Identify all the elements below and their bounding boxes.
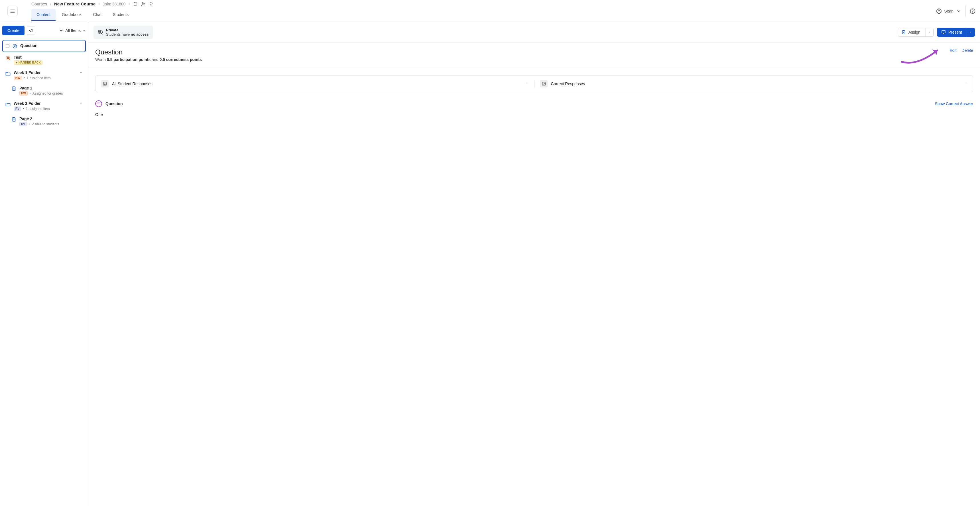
sidebar-item-week2-folder[interactable]: Week 2 Folder RV • 1 assigned item — [2, 98, 86, 114]
sidebar: Create All Items Question — [0, 22, 88, 506]
question-body-text: One — [95, 107, 973, 117]
chevron-down-icon[interactable] — [79, 70, 83, 75]
sidebar-item-title: Test — [14, 55, 83, 60]
present-button-group: Present — [937, 28, 975, 37]
svg-rect-19 — [542, 82, 545, 86]
person-icon — [101, 80, 108, 87]
assign-label: Assign — [908, 30, 920, 35]
test-icon — [5, 55, 11, 61]
sidebar-item-title: Question — [20, 43, 83, 48]
present-button[interactable]: Present — [937, 28, 966, 37]
question-block-header: Question Show Correct Answer — [95, 100, 973, 107]
question-worth: Worth 0.5 participation points and 0.5 c… — [95, 57, 202, 62]
sidebar-item-title: Page 1 — [19, 86, 83, 90]
rv-badge: RV — [19, 122, 27, 126]
sidebar-item-checkbox[interactable] — [6, 44, 10, 48]
svg-point-11 — [6, 56, 10, 60]
clipboard-check-icon — [901, 30, 906, 35]
sidebar-item-meta: 1 assigned item — [26, 107, 50, 111]
sidebar-item-test[interactable]: Test HANDED BACK — [2, 52, 86, 68]
sidebar-filter[interactable]: All Items — [59, 28, 86, 33]
svg-rect-15 — [903, 30, 904, 31]
folder-icon — [5, 102, 11, 107]
sidebar-item-title: Page 2 — [19, 117, 83, 121]
divider — [966, 5, 966, 17]
breadcrumb: Courses / New Feature Course • Join: 381… — [31, 2, 936, 6]
workspace: Create All Items Question — [0, 22, 980, 506]
rv-badge: RV — [14, 106, 21, 111]
assign-button[interactable]: Assign — [898, 28, 934, 37]
breadcrumb-root[interactable]: Courses — [31, 2, 47, 6]
content-header: Private Students have no access Assign — [88, 22, 980, 42]
sidebar-toolbar: Create All Items — [0, 22, 88, 39]
chevron-down-icon[interactable] — [79, 101, 83, 105]
hw-badge: HW — [19, 91, 28, 95]
svg-rect-14 — [902, 30, 905, 34]
sidebar-item-meta: Visible to students — [32, 122, 59, 126]
all-responses-value: -- — [526, 81, 528, 86]
question-icon — [12, 44, 18, 49]
help-icon[interactable] — [970, 8, 975, 14]
delete-link[interactable]: Delete — [962, 48, 973, 53]
topbar-main: Courses / New Feature Course • Join: 381… — [27, 2, 936, 21]
privacy-title: Private — [106, 28, 149, 32]
sidebar-filter-label: All Items — [65, 28, 81, 33]
lightbulb-icon[interactable] — [149, 2, 153, 6]
content-body: Question Worth 0.5 participation points … — [88, 42, 980, 506]
caret-down-icon — [969, 31, 972, 33]
settings-sliders-icon[interactable] — [133, 2, 138, 6]
create-button[interactable]: Create — [2, 25, 24, 35]
sidebar-item-title: Week 1 Folder — [14, 70, 76, 75]
tab-gradebook[interactable]: Gradebook — [57, 9, 87, 21]
user-menu[interactable]: Sean — [936, 8, 961, 14]
all-responses-label: All Student Responses — [112, 81, 153, 86]
all-responses-stat: All Student Responses -- — [101, 80, 535, 87]
sidebar-item-question[interactable]: Question — [2, 40, 86, 52]
tab-content[interactable]: Content — [31, 9, 56, 21]
topbar-right: Sean — [936, 5, 975, 17]
present-caret[interactable] — [966, 28, 975, 37]
add-people-icon[interactable] — [141, 2, 146, 6]
question-title: Question — [95, 48, 202, 56]
user-name: Sean — [944, 9, 953, 13]
present-label: Present — [948, 30, 962, 35]
svg-point-2 — [134, 2, 135, 3]
question-type-icon — [95, 100, 102, 107]
content-area: Private Students have no access Assign — [88, 22, 980, 506]
presentation-icon — [941, 30, 946, 35]
dot-sep: • — [129, 2, 130, 6]
svg-point-3 — [136, 3, 137, 4]
show-correct-answer-link[interactable]: Show Correct Answer — [935, 102, 973, 106]
chevron-down-icon — [83, 29, 86, 32]
svg-point-5 — [142, 2, 143, 4]
privacy-sub: Students have no access — [106, 32, 149, 36]
page-icon — [11, 117, 16, 122]
sidebar-item-page1[interactable]: Page 1 HW • Assigned for grades — [2, 83, 86, 98]
breadcrumb-separator: / — [50, 2, 51, 6]
sidebar-item-meta: 1 assigned item — [27, 76, 51, 80]
question-header: Question Worth 0.5 participation points … — [95, 43, 973, 67]
hamburger-menu-button[interactable] — [7, 6, 18, 16]
tab-students[interactable]: Students — [108, 9, 134, 21]
handed-back-badge: HANDED BACK — [14, 60, 43, 65]
breadcrumb-course: New Feature Course — [54, 2, 95, 6]
correct-responses-stat: Correct Responses -- — [540, 80, 967, 87]
announce-icon[interactable] — [27, 26, 35, 35]
question-block-label: Question — [105, 102, 123, 106]
check-square-icon — [540, 80, 547, 87]
privacy-pill[interactable]: Private Students have no access — [94, 25, 153, 39]
sidebar-list: Question Test HANDED BACK — [0, 39, 88, 506]
correct-responses-value: -- — [965, 81, 967, 86]
svg-rect-16 — [942, 30, 945, 33]
tab-chat[interactable]: Chat — [88, 9, 107, 21]
filter-icon — [59, 28, 64, 33]
assign-caret[interactable] — [926, 28, 933, 36]
edit-link[interactable]: Edit — [950, 48, 956, 53]
sidebar-item-week1-folder[interactable]: Week 1 Folder HW • 1 assigned item — [2, 68, 86, 83]
sidebar-item-title: Week 2 Folder — [14, 101, 76, 106]
responses-card: All Student Responses -- Correct Respons… — [95, 75, 973, 92]
chevron-down-icon — [956, 8, 961, 14]
sidebar-item-page2[interactable]: Page 2 RV • Visible to students — [2, 114, 86, 129]
logo-area — [5, 6, 27, 16]
svg-point-9 — [972, 12, 973, 13]
